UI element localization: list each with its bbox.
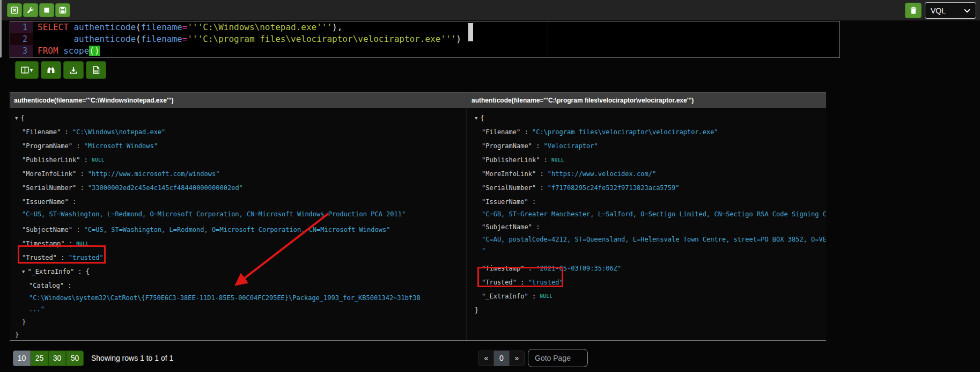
print-margin xyxy=(548,21,548,57)
language-dropdown-value: VQL xyxy=(931,6,946,15)
line-number: 1 xyxy=(10,21,33,33)
json-line: "IssuerName" : xyxy=(10,195,467,209)
json-line: ▼"_ExtraInfo" : { xyxy=(10,265,467,279)
json-line: "PublisherLink" : NULL xyxy=(10,153,467,167)
prev-page-button[interactable]: « xyxy=(478,351,494,366)
trash-button[interactable] xyxy=(905,3,922,18)
json-line: "Timestamp" : "2021-05-03T09:35:06Z" xyxy=(469,261,826,275)
json-line: "Trusted" : "trusted" xyxy=(469,275,826,289)
goto-page-input[interactable] xyxy=(528,349,588,367)
delete-cell-button[interactable] xyxy=(7,3,22,17)
expander-icon[interactable]: ▼ xyxy=(15,115,18,121)
editor-code-line: 1SELECT authenticode(filename='''C:\Wind… xyxy=(10,21,839,33)
notebook-top-right: VQL xyxy=(905,2,976,19)
json-line: "SubjectName" : "C=US, ST=Washington, L=… xyxy=(10,223,467,237)
json-line: } xyxy=(10,328,467,340)
json-line: "C=GB, ST=Greater Manchester, L=Salford,… xyxy=(469,209,826,220)
json-line: ..." xyxy=(10,304,467,315)
line-number: 2 xyxy=(10,33,33,45)
json-line: "SerialNumber" : "33000002ed2c45e4c145cf… xyxy=(10,181,467,195)
json-line: } xyxy=(469,303,826,316)
json-line: "C:\Windows\system32\CatRoot\{F750E6C3-3… xyxy=(10,293,467,304)
save-button[interactable] xyxy=(55,3,70,17)
column-header-velociraptor: authenticode(filename='''C:\program file… xyxy=(467,92,826,108)
download-icon xyxy=(70,67,77,74)
json-line: "_ExtraInfo" : NULL xyxy=(469,289,826,303)
row-count-status: Showing rows 1 to 1 of 1 xyxy=(91,354,173,362)
csv-file-icon: CSV xyxy=(93,66,100,74)
editor-code-line: 3FROM scope() xyxy=(10,45,839,57)
page-size-button-10[interactable]: 10 xyxy=(13,351,31,366)
caret-down-icon: ▾ xyxy=(30,67,33,73)
expander-icon[interactable]: ▼ xyxy=(22,269,25,274)
download-csv-button[interactable]: CSV xyxy=(86,61,106,79)
json-line: " xyxy=(469,245,826,261)
page-size-group: 10253050 xyxy=(13,351,84,366)
trash-icon xyxy=(910,6,917,14)
editor-lines: 1SELECT authenticode(filename='''C:\Wind… xyxy=(10,21,839,57)
cell-button-group xyxy=(7,3,70,17)
chevron-down-icon xyxy=(964,9,970,13)
page-size-button-25[interactable]: 25 xyxy=(31,351,48,366)
json-cell-notepad: ▼{"Filename" : "C:\Windows\notepad.exe""… xyxy=(10,108,467,340)
velociraptor-notebook-screen: VQL 1SELECT authenticode(filename='''C:\… xyxy=(0,0,980,372)
stop-button[interactable] xyxy=(39,3,54,17)
json-line: "SerialNumber" : "f71708295c24fe532f9713… xyxy=(469,181,826,195)
json-line: "C=US, ST=Washington, L=Redmond, O=Micro… xyxy=(10,209,467,223)
json-line: ▼{ xyxy=(469,111,826,125)
stop-square-icon xyxy=(43,6,50,14)
pager: « 0 » xyxy=(478,351,525,366)
json-line: ▼{ xyxy=(10,111,467,125)
json-line: "MoreInfoLink" : "http://www.microsoft.c… xyxy=(10,167,467,181)
svg-text:CSV: CSV xyxy=(94,70,98,72)
edit-cell-button[interactable] xyxy=(23,3,38,17)
results-header-row: authenticode(filename='''C:\Windows\note… xyxy=(10,92,826,108)
next-page-button[interactable]: » xyxy=(509,351,525,366)
json-line: "ProgramName" : "Microsoft Windows" xyxy=(10,139,467,153)
columns-selector-button[interactable]: ▾ xyxy=(15,61,39,79)
columns-icon xyxy=(21,67,29,74)
json-line: "ProgramName" : "Velociraptor" xyxy=(469,139,826,153)
json-line: "Filename" : "C:\Windows\notepad.exe" xyxy=(10,125,467,139)
page-size-button-50[interactable]: 50 xyxy=(66,351,84,366)
results-toolbar: ▾ CSV xyxy=(15,61,106,79)
results-body: ▼{"Filename" : "C:\Windows\notepad.exe""… xyxy=(10,108,826,341)
column-header-notepad: authenticode(filename='''C:\Windows\note… xyxy=(10,92,467,108)
x-square-icon xyxy=(11,6,18,14)
selected-cell-indicator xyxy=(0,0,2,57)
json-line: "IssuerName" : xyxy=(469,195,826,209)
json-line: "PublisherLink" : NULL xyxy=(469,153,826,167)
json-line: "Catalog" : xyxy=(10,279,467,293)
json-line: "SubjectName" : xyxy=(469,220,826,234)
binoculars-icon xyxy=(47,67,55,74)
cell-toolbar: VQL xyxy=(0,0,980,20)
json-line: "C=AU, postalCode=4212, ST=Queensland, L… xyxy=(469,234,826,245)
editor-scrollbar[interactable] xyxy=(468,23,473,41)
page-size-button-30[interactable]: 30 xyxy=(48,351,66,366)
line-number: 3 xyxy=(10,45,33,57)
current-page-indicator[interactable]: 0 xyxy=(494,351,509,366)
language-dropdown[interactable]: VQL xyxy=(925,2,976,19)
json-cell-velociraptor: ▼{"Filename" : "C:\program files\velocir… xyxy=(467,108,826,340)
inspect-raw-button[interactable] xyxy=(41,61,61,79)
wrench-icon xyxy=(27,6,34,14)
json-line: "Filename" : "C:\program files\velocirap… xyxy=(469,125,826,139)
expander-icon[interactable]: ▼ xyxy=(475,115,477,121)
floppy-icon xyxy=(59,6,67,14)
editor-code-line: 2 authenticode(filename='''C:\program fi… xyxy=(10,33,839,45)
vql-editor[interactable]: 1SELECT authenticode(filename='''C:\Wind… xyxy=(10,21,840,58)
json-line: "Timestamp" : NULL xyxy=(10,237,467,251)
download-json-button[interactable] xyxy=(63,61,84,79)
json-line: "Trusted" : "trusted" xyxy=(10,251,467,265)
json-line: "MoreInfoLink" : "https://www.velocidex.… xyxy=(469,167,826,181)
json-line: } xyxy=(10,315,467,328)
